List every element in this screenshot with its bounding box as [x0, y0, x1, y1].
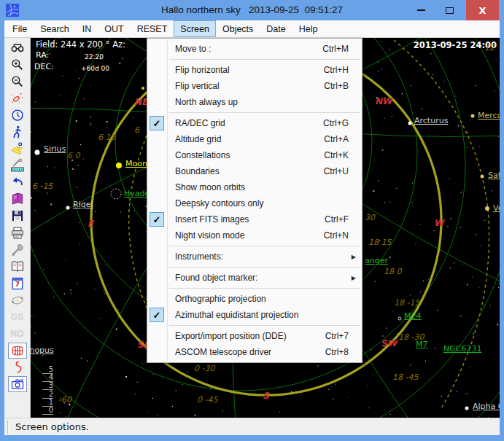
- menu-item-label: Export/import position (DDE): [175, 331, 325, 341]
- close-icon: X: [478, 5, 486, 16]
- menu-item-label: Night vision mode: [175, 230, 324, 241]
- deepsky-label-m24[interactable]: M24: [404, 311, 422, 321]
- gs-button: GS: [7, 309, 28, 326]
- menu-item-label: Instruments:: [175, 251, 349, 262]
- maximize-button[interactable]: [435, 0, 464, 20]
- menu-item-constellations[interactable]: ConstellationsCtrl+K: [147, 147, 362, 163]
- menu-item-boundaries[interactable]: BoundariesCtrl+U: [147, 163, 362, 179]
- zoom-in-button[interactable]: [7, 56, 28, 73]
- wrench-icon: [8, 242, 27, 258]
- grid-label-60: -60: [58, 395, 71, 405]
- hook-button[interactable]: [7, 359, 28, 376]
- menu-item-move-to[interactable]: Move to :Ctrl+M: [147, 41, 362, 57]
- measure-button[interactable]: [7, 157, 28, 174]
- close-button[interactable]: X: [466, 0, 499, 20]
- menubar-item-in[interactable]: IN: [76, 20, 98, 37]
- menu-item-azimuthal-equidistant-projection[interactable]: ✓Azimuthal equidistant projection: [147, 307, 362, 323]
- save-button[interactable]: [7, 208, 28, 225]
- comet-asteroid-button[interactable]: [7, 90, 28, 106]
- checkmark-icon: ✓: [150, 212, 164, 227]
- date-button[interactable]: 7: [7, 275, 28, 292]
- menu-item-shortcut: Ctrl+F: [325, 214, 349, 225]
- menu-item-night-vision-mode[interactable]: Night vision modeCtrl+N: [147, 227, 362, 243]
- ra-label: RA:: [36, 50, 49, 60]
- zoom-out-button[interactable]: [7, 73, 28, 90]
- menu-item-flip-vertical[interactable]: Flip verticalCtrl+B: [147, 78, 362, 94]
- menu-item-ascom-telescope-driver[interactable]: ASCOM telescope driverCtrl+8: [147, 344, 362, 360]
- menu-item-export-import-position-dde[interactable]: Export/import position (DDE)Ctrl+7: [147, 328, 362, 344]
- menu-bar: FileSearchINOUTRESETScreenObjectsDateHel…: [4, 20, 500, 38]
- grid-label-18-0: 18 0: [384, 267, 402, 276]
- menu-separator: [169, 267, 360, 268]
- orbit-button[interactable]: [7, 292, 28, 308]
- submenu-arrow-icon: ▶: [349, 254, 356, 260]
- solar-label-venus[interactable]: Venus: [493, 203, 500, 213]
- fits-grid-button[interactable]: [7, 343, 28, 359]
- menu-item-instruments[interactable]: Instruments:▶: [147, 249, 362, 265]
- orbit-icon: [8, 292, 27, 308]
- menubar-item-objects[interactable]: Objects: [216, 20, 260, 37]
- help-button[interactable]: [7, 258, 28, 275]
- menubar-item-search[interactable]: Search: [34, 20, 76, 37]
- menu-item-label: Constellations: [175, 150, 324, 160]
- menu-item-orthographic-projection[interactable]: Orthographic projection: [147, 291, 362, 307]
- star-label-arcturus[interactable]: Arcturus: [414, 116, 448, 125]
- menu-item-north-always-up[interactable]: North always up: [147, 94, 362, 110]
- solar-label-saturn[interactable]: Saturn: [488, 171, 500, 180]
- camera-button[interactable]: [7, 376, 28, 393]
- deepsky-label-m7[interactable]: M7: [416, 340, 428, 349]
- status-bar: Screen options.: [4, 418, 500, 435]
- menu-item-deepsky-contours-only[interactable]: Deepsky contours only: [147, 195, 362, 211]
- menu-item-label: RA/DEC grid: [175, 118, 323, 128]
- menu-item-shortcut: Ctrl+8: [325, 347, 349, 357]
- gs-button-label: GS: [8, 309, 27, 325]
- menubar-item-reset[interactable]: RESET: [131, 20, 174, 37]
- dec-value: +60d 00: [81, 65, 109, 72]
- solar-label-mercury[interactable]: Mercury: [478, 111, 500, 120]
- grid-label-12: 12: [484, 43, 495, 52]
- undo-button[interactable]: [7, 174, 28, 191]
- menu-item-label: North always up: [175, 97, 356, 107]
- menu-item-shortcut: Ctrl+G: [323, 118, 349, 128]
- menubar-item-date[interactable]: Date: [260, 20, 292, 37]
- object-pointer-button[interactable]: [7, 141, 28, 157]
- pointing-hand-icon: [8, 141, 27, 157]
- magnitude-scale-0: 0: [42, 407, 53, 415]
- menu-item-altitude-grid[interactable]: Altitude gridCtrl+A: [147, 131, 362, 147]
- deepsky-label-ngc6231[interactable]: NGC6231: [443, 344, 481, 354]
- observer-button[interactable]: [7, 123, 28, 140]
- star-label-alpha-cen[interactable]: Alpha Cen: [473, 402, 500, 411]
- clock-button[interactable]: [7, 106, 28, 123]
- print-button[interactable]: [7, 225, 28, 241]
- menu-item-show-moon-orbits[interactable]: Show moon orbits: [147, 179, 362, 195]
- menu-item-label: ASCOM telescope driver: [175, 347, 325, 357]
- star-label-sirius[interactable]: Sirius: [44, 144, 66, 154]
- star-label-rigel[interactable]: Rigel: [73, 200, 93, 209]
- grid-label-6-15: 6 -15: [32, 182, 53, 191]
- maximize-icon: [446, 7, 454, 14]
- menu-separator: [169, 325, 360, 326]
- solar-label-moon[interactable]: Moon: [125, 159, 147, 168]
- menu-item-label: Orthographic projection: [175, 294, 356, 304]
- settings-button[interactable]: [7, 241, 28, 258]
- printer-icon: [8, 225, 27, 241]
- menu-item-label: Altitude grid: [175, 134, 324, 144]
- menu-item-insert-fits-images[interactable]: ✓Insert FITS imagesCtrl+F: [147, 211, 362, 227]
- menubar-item-out[interactable]: OUT: [98, 20, 130, 37]
- star-label-canopus[interactable]: Canopus: [31, 346, 54, 355]
- find-button[interactable]: [7, 39, 28, 56]
- menu-item-ra-dec-grid[interactable]: ✓RA/DEC gridCtrl+G: [147, 115, 362, 131]
- checkmark-icon: ✓: [150, 308, 164, 322]
- menu-item-found-object-marker[interactable]: Found object marker:▶: [147, 270, 362, 286]
- menubar-item-help[interactable]: Help: [292, 20, 325, 37]
- deepsky-label-anger[interactable]: anger: [365, 256, 388, 265]
- ephemeris-button[interactable]: [7, 191, 28, 208]
- minimize-button[interactable]: [408, 0, 433, 20]
- grid-label-18-45: 18 -45: [392, 372, 418, 382]
- grid-label-6: 6: [134, 125, 139, 135]
- menu-item-flip-horizontal[interactable]: Flip horizontalCtrl+H: [147, 62, 362, 78]
- magnitude-scale-2: 2: [42, 391, 53, 399]
- grid-label-30: 30: [365, 213, 375, 222]
- menubar-item-screen[interactable]: Screen: [174, 20, 216, 37]
- menubar-item-file[interactable]: File: [6, 20, 34, 37]
